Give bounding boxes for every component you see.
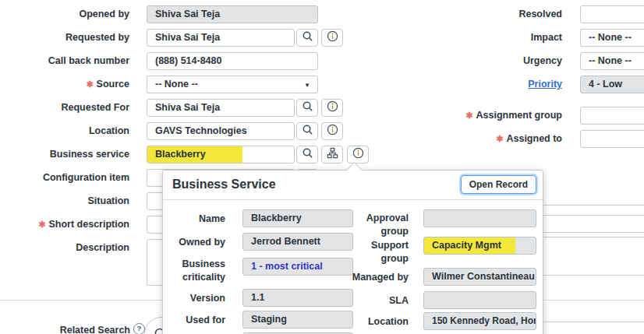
opened-by-input: Shiva Sai Teja bbox=[147, 5, 318, 23]
popup-label-support-group: Support group bbox=[350, 239, 409, 265]
location-input[interactable]: GAVS Technologies bbox=[147, 122, 295, 140]
popup-sla-input bbox=[423, 291, 536, 309]
priority-link[interactable]: Priority bbox=[528, 79, 562, 90]
assignment-group-input[interactable] bbox=[580, 107, 644, 125]
requested-by-search-button[interactable] bbox=[296, 29, 318, 47]
required-marker: ✱ bbox=[86, 79, 93, 89]
urgency-select[interactable]: -- None -- bbox=[580, 52, 644, 70]
field-label-assignment-group: ✱Assignment group bbox=[437, 110, 562, 121]
popup-label-used-for: Used for bbox=[163, 314, 225, 327]
field-label-resolved: Resolved bbox=[437, 9, 562, 20]
field-label-priority: Priority bbox=[437, 79, 562, 90]
chevron-down-icon: ▼ bbox=[304, 76, 310, 93]
priority-input: 4 - Low bbox=[580, 76, 644, 93]
requested-for-info-button[interactable] bbox=[321, 99, 343, 117]
hierarchy-icon bbox=[327, 147, 338, 162]
popup-label-location: Location bbox=[350, 315, 409, 329]
source-select[interactable]: -- None --▼ bbox=[147, 76, 318, 93]
field-label-impact: Impact bbox=[437, 32, 562, 44]
popup-approval-group-input bbox=[423, 209, 536, 227]
location-info-button[interactable] bbox=[321, 122, 343, 140]
requested-for-search-button[interactable] bbox=[296, 99, 318, 117]
popup-owned-by-input: Jerrod Bennett bbox=[242, 233, 353, 251]
popup-label-business-criticality: Business criticality bbox=[163, 258, 225, 284]
field-label-requested-for: Requested For bbox=[0, 102, 129, 114]
search-icon bbox=[302, 124, 313, 139]
assigned-to-input[interactable] bbox=[580, 130, 644, 148]
call-back-number-input[interactable]: (888) 514-8480 bbox=[147, 52, 318, 70]
info-icon bbox=[327, 30, 338, 45]
field-label-call-back-number: Call back number bbox=[0, 55, 129, 67]
popup-header: Business Service Open Record bbox=[163, 171, 543, 200]
info-icon bbox=[327, 100, 338, 115]
field-label-source: ✱Source bbox=[0, 79, 129, 90]
field-label-opened-by: Opened by bbox=[0, 9, 129, 20]
field-label-configuration-item: Configuration item bbox=[0, 172, 129, 184]
business-service-popup: Business Service Open Record Name Blackb… bbox=[162, 170, 543, 334]
popup-used-for-input: Staging bbox=[242, 311, 353, 329]
popup-label-owned-by: Owned by bbox=[163, 236, 225, 249]
business-service-hierarchy-button[interactable] bbox=[321, 146, 343, 163]
requested-by-input[interactable]: Shiva Sai Teja bbox=[147, 29, 295, 47]
popup-name-input: Blackberry bbox=[242, 209, 353, 227]
popup-support-group-input: Capacity Mgmt bbox=[423, 237, 536, 255]
popup-title: Business Service bbox=[172, 178, 276, 192]
field-label-urgency: Urgency bbox=[437, 55, 562, 67]
search-icon bbox=[302, 30, 313, 45]
popup-label-version: Version bbox=[163, 292, 225, 305]
required-marker: ✱ bbox=[465, 111, 472, 120]
requested-by-info-button[interactable] bbox=[321, 29, 343, 47]
popup-label-name: Name bbox=[163, 213, 225, 226]
info-icon bbox=[352, 147, 364, 162]
field-label-assigned-to: ✱Assigned to bbox=[437, 133, 562, 145]
search-icon bbox=[302, 100, 313, 115]
related-search-label: Related Search bbox=[0, 325, 130, 334]
field-label-description: Description bbox=[0, 242, 129, 254]
resolved-input[interactable] bbox=[580, 5, 644, 23]
search-icon bbox=[302, 147, 313, 162]
field-label-location: Location bbox=[0, 125, 129, 137]
popup-label-sla: SLA bbox=[350, 294, 409, 308]
help-icon[interactable]: ? bbox=[133, 323, 145, 334]
required-marker: ✱ bbox=[496, 134, 503, 143]
popup-location-input: 150 Kennedy Road, Hong Kong bbox=[423, 312, 536, 330]
open-record-button[interactable]: Open Record bbox=[461, 175, 536, 194]
incident-form: Opened by Shiva Sai Teja Requested by Sh… bbox=[0, 0, 644, 334]
business-service-input[interactable]: Blackberry bbox=[147, 146, 295, 163]
popup-managed-by-input: Wilmer Constantineau bbox=[423, 268, 536, 286]
popup-label-managed-by: Managed by bbox=[350, 271, 409, 284]
field-label-business-service: Business service bbox=[0, 149, 129, 160]
info-icon bbox=[327, 124, 338, 139]
popup-label-approval-group: Approval group bbox=[350, 212, 409, 238]
impact-select[interactable]: -- None -- bbox=[580, 29, 644, 47]
business-service-info-button[interactable] bbox=[347, 146, 369, 163]
location-search-button[interactable] bbox=[296, 122, 318, 140]
field-label-requested-by: Requested by bbox=[0, 32, 129, 44]
business-service-search-button[interactable] bbox=[296, 146, 318, 163]
requested-for-input[interactable]: Shiva Sai Teja bbox=[147, 99, 295, 117]
field-label-situation: Situation bbox=[0, 195, 129, 207]
popup-business-criticality-input: 1 - most critical bbox=[242, 258, 353, 276]
required-marker: ✱ bbox=[38, 220, 45, 229]
popup-version-input: 1.1 bbox=[242, 289, 353, 307]
field-label-short-description: ✱Short description bbox=[0, 219, 129, 230]
